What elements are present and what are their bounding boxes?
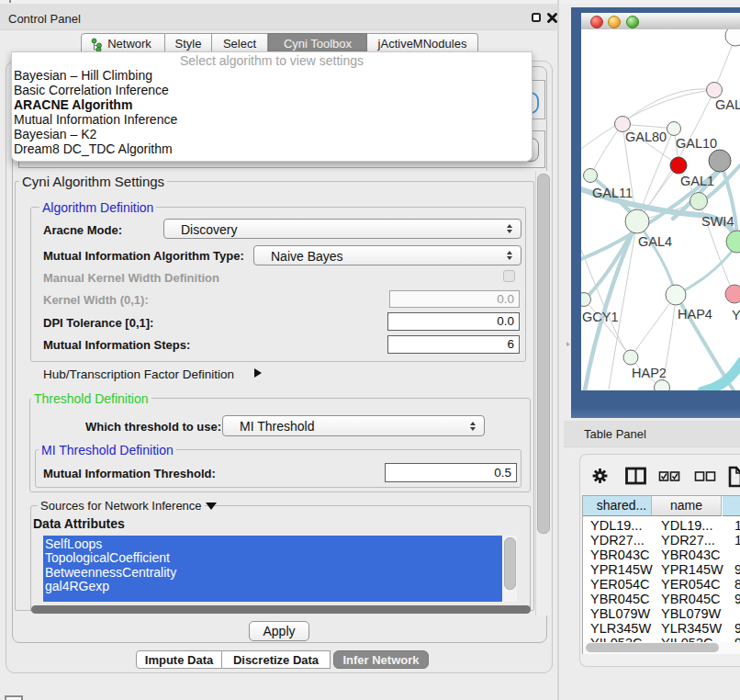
- svg-text:GAL80: GAL80: [625, 130, 667, 144]
- svg-text:GAL1: GAL1: [680, 174, 714, 188]
- svg-text:GAL11: GAL11: [592, 186, 633, 200]
- svg-text:HAP2: HAP2: [632, 366, 667, 380]
- svg-text:GAL: GAL: [715, 97, 740, 112]
- svg-text:GAL4: GAL4: [638, 234, 672, 249]
- svg-text:SWI4: SWI4: [701, 214, 734, 229]
- svg-text:Y: Y: [732, 308, 740, 322]
- svg-text:GAL10: GAL10: [676, 136, 717, 151]
- svg-text:GCY1: GCY1: [582, 310, 619, 324]
- svg-text:HAP4: HAP4: [678, 307, 712, 322]
